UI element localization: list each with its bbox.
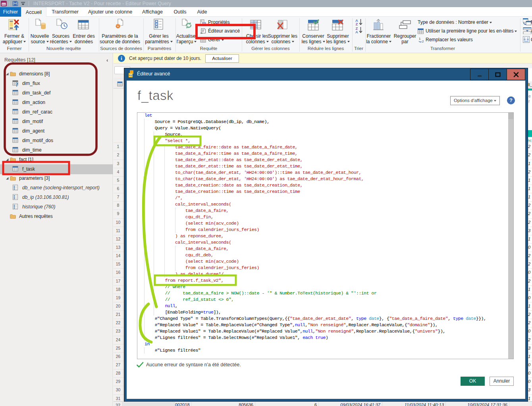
row-number: 31 — [114, 396, 123, 401]
close-button[interactable] — [507, 69, 525, 80]
tree-item-dim_motif_dos[interactable]: dim_motif_dos — [0, 136, 113, 145]
code-line: // where — [145, 284, 185, 290]
chevron-down-icon — [494, 100, 496, 102]
data-type-button[interactable]: Type de données : Nombre entier — [418, 19, 492, 25]
maximize-button[interactable] — [488, 69, 507, 80]
first-row-headers-button[interactable]: Utiliser la première ligne pour les en-t… — [426, 28, 517, 34]
tree-item-label: dim_motif_dos — [22, 138, 53, 143]
tree-item-dimensions[interactable]: dimensions [8] — [0, 69, 113, 79]
properties-button[interactable]: Propriétés — [208, 19, 230, 25]
row-separator — [528, 185, 532, 185]
parameter-icon — [12, 185, 19, 191]
row-separator — [528, 151, 532, 151]
expand-triangle-icon[interactable] — [6, 177, 9, 180]
query-question-icon: ? — [12, 80, 19, 87]
row-separator — [528, 168, 532, 168]
cell-digit-fragment: 2 — [528, 320, 532, 325]
row-separator — [528, 361, 532, 361]
row-separator — [528, 210, 532, 210]
code-line: from calendrier_jours_feries) — [145, 265, 259, 271]
row-number: 11 — [114, 228, 123, 233]
tree-item-dim_motif[interactable]: dim_motif — [0, 117, 113, 126]
ribbon-group-label: Paramètres — [143, 46, 175, 51]
tree-item-fact[interactable]: fact [1] — [0, 155, 113, 164]
tree-item-dim_ref_carac[interactable]: dim_ref_carac — [0, 107, 113, 117]
tree-item-dim_agent[interactable]: dim_agent — [0, 126, 113, 136]
collapse-panel-button[interactable]: ‹ — [106, 57, 108, 63]
row-number: 24 — [114, 337, 123, 342]
save-icon[interactable] — [12, 1, 18, 6]
folder-icon — [10, 214, 16, 219]
expand-triangle-icon[interactable] — [6, 72, 9, 76]
ok-button[interactable]: OK — [461, 377, 485, 386]
bottom-gray-cell — [123, 402, 175, 406]
row-separator — [528, 176, 532, 177]
tree-item-Autres[interactable]: Autres requêtes — [0, 212, 113, 221]
tree-item-dim_task_def[interactable]: dim_task_def — [0, 88, 113, 98]
row-separator — [528, 160, 532, 160]
tab-affichage[interactable]: Affichage — [137, 7, 168, 17]
refresh-banner-button[interactable]: Actualiser — [205, 54, 239, 63]
tab-ajouter-une-colonne[interactable]: Ajouter une colonne — [83, 7, 137, 17]
advanced-editor-button[interactable]: Éditeur avancé — [208, 28, 240, 34]
tree-item-db_name[interactable]: db_name (socleng-intersport_report) — [0, 183, 113, 192]
row-separator — [528, 201, 532, 202]
right-column-header-fragment: lt_ — [528, 81, 532, 89]
tree-item-historique[interactable]: historique (760) — [0, 202, 113, 212]
cell-digit-fragment: 0 — [528, 329, 532, 333]
sort-descending-icon: ZA — [355, 26, 363, 33]
tree-item-label: dim_ref_carac — [22, 109, 52, 115]
display-options-dropdown[interactable]: Options d'affichage — [450, 96, 500, 105]
folder-icon — [10, 71, 16, 76]
tab-accueil[interactable]: Accueil — [21, 7, 46, 17]
ribbon-group-label: Sources de données — [99, 46, 143, 51]
cell-digit-fragment: 2 — [528, 337, 532, 342]
power-query-icon: RS — [129, 70, 135, 78]
manage-button[interactable]: Gérer — [208, 37, 224, 42]
cell-digit-fragment: 1 — [528, 304, 532, 308]
refresh-preview-button[interactable]: Actualiser l'aperçu — [159, 34, 214, 44]
group-by-button[interactable]: Regrouper par — [377, 34, 433, 44]
tree-item-db_ip[interactable]: db_ip (10.106.100.81) — [0, 192, 113, 202]
code-line: calc_interval_seconds( — [145, 239, 231, 246]
row-separator — [528, 369, 532, 369]
close-and-apply-icon — [8, 19, 20, 31]
tree-item-label: dim_agent — [22, 128, 44, 134]
tab-fichier[interactable]: Fichier — [0, 7, 21, 17]
tree-item-parameters[interactable]: parameters [3] — [0, 173, 113, 183]
tree-item-dim_action[interactable]: dim_action — [0, 98, 113, 107]
code-line: tae_date_a_faire::date as tae_date_a_fai… — [145, 144, 297, 150]
tree-item-dim_flux[interactable]: ?dim_flux — [0, 79, 113, 88]
row-separator — [528, 377, 532, 378]
bottom-cell-value: 11/03/2024 11:40:13 — [382, 402, 444, 406]
row-separator — [528, 142, 532, 143]
divider — [29, 1, 29, 6]
code-line: (select min(acv_code) — [145, 258, 239, 265]
folder-icon — [10, 157, 16, 162]
row-number: 23 — [114, 329, 123, 333]
indent-guide — [144, 119, 145, 341]
row-number: 14 — [114, 253, 123, 258]
tab-outils[interactable]: Outils — [169, 7, 191, 17]
cancel-button[interactable]: Annuler — [490, 377, 514, 386]
chevron-down-icon — [490, 22, 492, 23]
row-separator — [528, 327, 532, 327]
cell-digit-fragment: 0 — [528, 245, 532, 250]
replace-values-button[interactable]: Remplacer les valeurs — [426, 37, 473, 42]
quick-access-menu-icon[interactable] — [21, 2, 26, 6]
expand-triangle-icon[interactable] — [6, 158, 9, 162]
help-icon[interactable]: ? — [507, 96, 515, 104]
grid-corner-cell[interactable] — [114, 78, 124, 89]
tree-item-f_task[interactable]: f_task — [0, 164, 113, 174]
row-separator — [528, 268, 532, 269]
row-separator — [528, 386, 532, 386]
folder-icon — [10, 176, 16, 181]
bottom-cell-value: 10/03/2024 17:31:36 — [445, 402, 507, 406]
code-line: ) as delais_duree*/ — [145, 271, 224, 277]
minimize-button[interactable] — [470, 69, 489, 80]
code-scrollbar[interactable] — [508, 113, 513, 359]
tab-aide[interactable]: Aide — [191, 7, 213, 17]
scrollbar-thumb[interactable] — [508, 113, 513, 119]
tab-transformer[interactable]: Transformer — [50, 7, 81, 17]
tree-item-dim_time[interactable]: dim_time — [0, 145, 113, 155]
